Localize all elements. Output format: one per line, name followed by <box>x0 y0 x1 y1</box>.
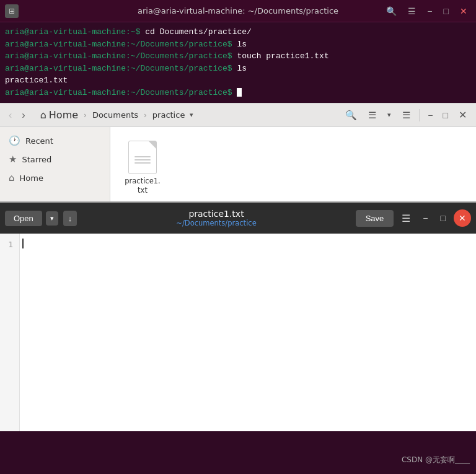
breadcrumb-practice[interactable]: practice ▾ <box>148 108 201 122</box>
editor-filepath: ~/Documents/practice <box>176 219 256 227</box>
terminal-content: aria@aria-virtual-machine:~$ cd Document… <box>0 22 476 103</box>
editor-line-numbers: 1 <box>0 234 20 431</box>
fm-body: 🕐 Recent ★ Starred ⌂ Home <box>0 127 476 201</box>
line-number-1: 1 <box>6 239 13 252</box>
terminal-menu-btn[interactable]: ☰ <box>404 5 420 17</box>
fm-more-btn[interactable]: ☰ <box>398 107 415 123</box>
breadcrumb-documents-label: Documents <box>92 110 138 120</box>
editor-maximize-btn[interactable]: □ <box>436 211 450 226</box>
forward-button[interactable]: › <box>18 108 29 123</box>
breadcrumb: ⌂ Home › Documents › practice ▾ <box>35 107 335 123</box>
fm-close-btn[interactable]: ✕ <box>454 107 471 123</box>
sidebar-item-label: Recent <box>25 136 53 146</box>
terminal-line: aria@aria-virtual-machine:~/Documents/pr… <box>5 38 471 51</box>
editor-filename: practice1.txt <box>188 209 244 219</box>
terminal-line: aria@aria-virtual-machine:~/Documents/pr… <box>5 63 471 75</box>
editor-cursor-line <box>22 239 474 248</box>
sidebar-item-recent[interactable]: 🕐 Recent <box>0 132 110 149</box>
file-item-practice1txt[interactable]: practice1.txt <box>120 137 165 199</box>
editor-open-btn[interactable]: Open <box>5 211 42 226</box>
terminal-icon: ⊞ <box>5 4 19 18</box>
recent-icon: 🕐 <box>9 135 20 146</box>
filemanager-window: ‹ › ⌂ Home › Documents › practice ▾ 🔍 ☰ … <box>0 103 476 201</box>
file-icon <box>128 141 157 174</box>
editor-text-area[interactable] <box>20 234 476 431</box>
terminal-titlebar: ⊞ aria@aria-virtual-machine: ~/Documents… <box>0 0 476 22</box>
file-line <box>134 156 151 157</box>
breadcrumb-practice-label: practice <box>152 110 185 120</box>
editor-minimize-btn[interactable]: − <box>418 211 432 226</box>
breadcrumb-sep2: › <box>144 111 147 120</box>
fm-listview-arrow-btn[interactable]: ▾ <box>383 108 395 121</box>
terminal-cursor <box>237 88 242 97</box>
sidebar-item-starred[interactable]: ★ Starred <box>0 151 110 168</box>
sidebar-item-home[interactable]: ⌂ Home <box>0 169 110 187</box>
breadcrumb-home-label: Home <box>49 109 78 121</box>
breadcrumb-home[interactable]: ⌂ Home <box>35 107 83 123</box>
terminal-close-btn[interactable]: ✕ <box>456 5 471 17</box>
fm-sidebar: 🕐 Recent ★ Starred ⌂ Home <box>0 127 110 201</box>
file-line <box>134 162 151 164</box>
fm-listview-btn[interactable]: ☰ <box>364 107 381 123</box>
editor-save-btn[interactable]: Save <box>356 210 394 227</box>
fm-maximize-btn[interactable]: □ <box>439 108 452 122</box>
terminal-search-btn[interactable]: 🔍 <box>382 5 400 17</box>
fm-search-btn[interactable]: 🔍 <box>341 107 361 123</box>
breadcrumb-documents[interactable]: Documents <box>87 108 143 121</box>
editor-open-arrow-btn[interactable]: ▾ <box>46 211 58 226</box>
watermark: CSDN @无妄啊____ <box>402 455 470 465</box>
editor-close-btn[interactable]: ✕ <box>454 209 471 227</box>
terminal-titlebar-right: 🔍 ☰ − □ ✕ <box>382 5 471 17</box>
file-name: practice1.txt <box>125 177 160 195</box>
text-cursor <box>22 239 24 248</box>
fm-minimize-btn[interactable]: − <box>424 108 436 122</box>
editor-content: 1 <box>0 234 476 431</box>
terminal-window: ⊞ aria@aria-virtual-machine: ~/Documents… <box>0 0 476 103</box>
file-icon-lines <box>134 156 151 164</box>
home-icon: ⌂ <box>40 109 46 121</box>
breadcrumb-sep: › <box>84 111 87 120</box>
terminal-minimize-btn[interactable]: − <box>423 5 436 17</box>
terminal-titlebar-left: ⊞ <box>5 4 19 18</box>
starred-icon: ★ <box>9 154 17 165</box>
terminal-prompt-line: aria@aria-virtual-machine:~/Documents/pr… <box>5 87 471 99</box>
fm-main: practice1.txt <box>110 127 476 201</box>
file-line <box>134 159 151 160</box>
sidebar-item-label: Home <box>20 173 43 183</box>
toolbar-divider <box>419 109 420 121</box>
editor-window: Open ▾ ↓ practice1.txt ~/Documents/pract… <box>0 201 476 431</box>
terminal-output: practice1.txt <box>5 74 471 87</box>
terminal-line: aria@aria-virtual-machine:~$ cd Document… <box>5 26 471 38</box>
terminal-line: aria@aria-virtual-machine:~/Documents/pr… <box>5 50 471 63</box>
editor-titlebar: Open ▾ ↓ practice1.txt ~/Documents/pract… <box>0 203 476 234</box>
terminal-title: aria@aria-virtual-machine: ~/Documents/p… <box>138 6 338 15</box>
home-sidebar-icon: ⌂ <box>9 172 15 183</box>
editor-menu-btn[interactable]: ☰ <box>397 209 415 227</box>
editor-save-icon-btn[interactable]: ↓ <box>63 211 77 226</box>
terminal-maximize-btn[interactable]: □ <box>440 5 452 17</box>
sidebar-item-label: Starred <box>22 155 51 164</box>
filemanager-titlebar: ‹ › ⌂ Home › Documents › practice ▾ 🔍 ☰ … <box>0 103 476 127</box>
breadcrumb-dropdown-btn[interactable]: ▾ <box>187 110 196 120</box>
back-button[interactable]: ‹ <box>5 108 15 123</box>
editor-title-center: practice1.txt ~/Documents/practice <box>81 209 351 227</box>
fm-toolbar-right: 🔍 ☰ ▾ ☰ − □ ✕ <box>341 107 471 123</box>
